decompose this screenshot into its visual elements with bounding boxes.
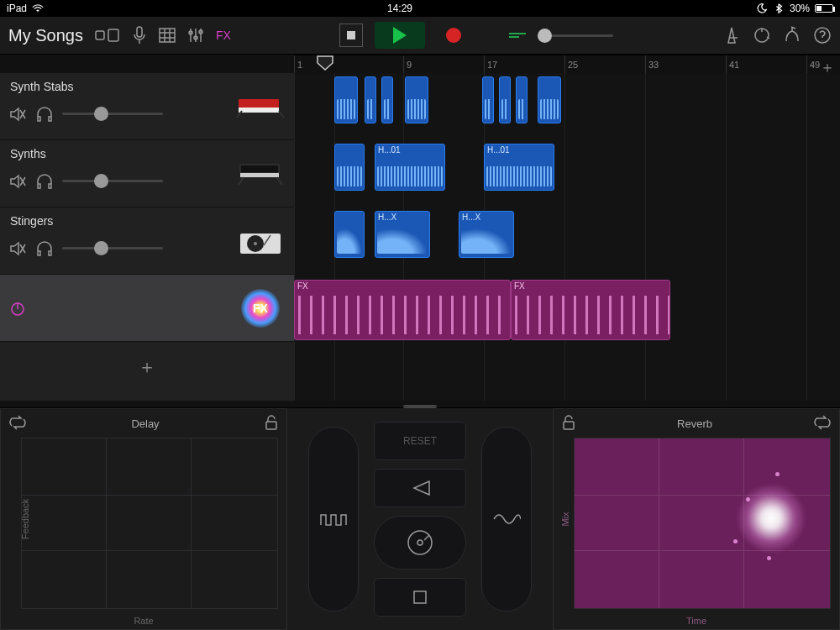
fx-clip[interactable]: FX: [511, 280, 670, 340]
filter-strip[interactable]: [481, 427, 532, 612]
svg-point-0: [37, 11, 38, 12]
reset-button[interactable]: RESET: [374, 422, 466, 460]
audio-clip[interactable]: H...X: [459, 211, 514, 258]
bluetooth-icon: [773, 3, 785, 13]
track-header[interactable]: Synth Stabs: [0, 73, 294, 140]
toolbar: My Songs FX: [0, 17, 840, 55]
stop-fx-button[interactable]: [374, 578, 466, 617]
record-icon: [446, 28, 461, 43]
audio-clip[interactable]: [365, 76, 376, 123]
xy-pad-delay[interactable]: Delay Rate Feedback: [0, 408, 287, 630]
fx-center-controls: RESET: [287, 408, 553, 630]
audio-clip[interactable]: [538, 76, 561, 123]
ruler-tick: 1: [294, 55, 302, 73]
status-bar: iPad 14:29 30%: [0, 0, 840, 17]
audio-clip[interactable]: [516, 76, 528, 123]
mute-icon[interactable]: [8, 172, 27, 191]
audio-clip[interactable]: [334, 144, 365, 191]
scratch-wheel[interactable]: [374, 516, 466, 570]
timeline[interactable]: H...01H...01H...XH...XFXFX: [294, 73, 840, 401]
audio-clip[interactable]: [334, 76, 358, 123]
play-icon: [393, 27, 407, 44]
audio-clip[interactable]: [334, 211, 365, 258]
xy-ylabel: Feedback: [20, 499, 30, 539]
audio-clip[interactable]: H...01: [484, 144, 554, 191]
track-name: Synth Stabs: [10, 80, 74, 93]
timeline-ruler[interactable]: 1 9 17 25 33 41 49 ＋: [294, 55, 840, 73]
mixer-icon[interactable]: [187, 27, 204, 44]
lock-icon[interactable]: [562, 415, 575, 433]
headphones-icon[interactable]: [35, 105, 54, 123]
add-track-button[interactable]: ＋: [0, 342, 294, 392]
svg-rect-4: [160, 29, 175, 42]
record-button[interactable]: [437, 22, 470, 49]
swap-icon[interactable]: [814, 415, 831, 433]
ruler-tick: 9: [403, 55, 412, 73]
back-my-songs[interactable]: My Songs: [8, 26, 83, 45]
settings-icon[interactable]: [783, 26, 801, 45]
wifi-icon: [32, 3, 44, 13]
svg-rect-1: [96, 31, 104, 39]
svg-point-16: [254, 242, 257, 245]
track-header[interactable]: Synths: [0, 140, 294, 207]
track-volume-slider[interactable]: [62, 180, 163, 182]
xy-surface[interactable]: [574, 438, 831, 609]
instrument-icon-keyboard: [235, 157, 286, 191]
swap-icon[interactable]: [9, 415, 26, 433]
view-switcher-icon[interactable]: [95, 27, 120, 44]
metronome-icon[interactable]: [722, 26, 741, 45]
ruler-tick: 41: [726, 55, 739, 73]
mute-icon[interactable]: [8, 239, 27, 258]
fx-toggle[interactable]: FX: [216, 29, 231, 42]
stop-button[interactable]: [339, 24, 363, 47]
device-label: iPad: [7, 3, 27, 14]
svg-rect-2: [108, 29, 118, 41]
xy-xlabel: Time: [686, 616, 706, 626]
xy-ylabel: Mix: [560, 512, 570, 526]
panel-drag-handle[interactable]: [403, 405, 437, 408]
fx-panel: Delay Rate Feedback RESET: [0, 407, 840, 630]
audio-clip[interactable]: [405, 76, 428, 123]
help-icon[interactable]: [813, 26, 832, 45]
track-name: Stingers: [10, 214, 53, 228]
lock-icon[interactable]: [265, 415, 278, 433]
headphones-icon[interactable]: [35, 172, 54, 191]
moon-icon: [756, 3, 768, 13]
battery-pct: 30%: [790, 3, 810, 14]
mic-icon[interactable]: [132, 26, 147, 45]
instrument-icon-keyboard: [235, 90, 286, 123]
headphones-icon[interactable]: [35, 239, 54, 258]
audio-clip[interactable]: H...01: [375, 144, 445, 191]
power-icon[interactable]: [8, 299, 27, 318]
audio-clip[interactable]: [381, 76, 393, 123]
xy-pad-reverb[interactable]: Reverb Time Mix: [553, 408, 840, 630]
svg-point-19: [408, 531, 432, 554]
instrument-icon-fx: FX: [235, 291, 286, 325]
play-button[interactable]: [375, 22, 425, 49]
grid-icon[interactable]: [159, 28, 176, 43]
loop-icon[interactable]: [753, 26, 771, 45]
track-list: Synth Stabs Synths Stingers: [0, 73, 294, 401]
instrument-icon-turntable: [235, 224, 286, 258]
xy-xlabel: Rate: [134, 616, 153, 626]
rewind-button[interactable]: [374, 469, 466, 507]
svg-rect-18: [266, 422, 276, 429]
track-header-fx[interactable]: FX: [0, 275, 294, 342]
master-volume-slider[interactable]: [538, 34, 613, 37]
audio-clip[interactable]: [482, 76, 494, 123]
mute-icon[interactable]: [8, 105, 27, 123]
playhead-marker[interactable]: [316, 55, 334, 71]
xy-title: Reverb: [677, 417, 712, 430]
gater-strip[interactable]: [308, 427, 359, 612]
track-name: Synths: [10, 147, 46, 160]
svg-point-20: [417, 540, 423, 545]
audio-clip[interactable]: [499, 76, 511, 123]
track-volume-slider[interactable]: [62, 113, 163, 115]
xy-surface[interactable]: [21, 438, 278, 609]
svg-rect-3: [137, 27, 142, 37]
fx-clip[interactable]: FX: [294, 280, 511, 340]
audio-clip[interactable]: H...X: [375, 211, 430, 258]
svg-rect-22: [564, 422, 574, 429]
track-header[interactable]: Stingers: [0, 207, 294, 275]
track-volume-slider[interactable]: [62, 247, 163, 249]
